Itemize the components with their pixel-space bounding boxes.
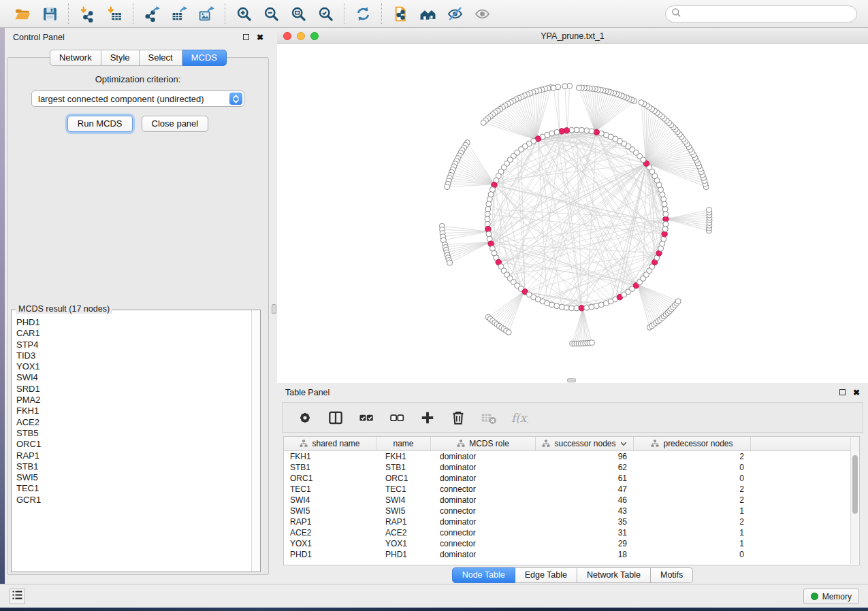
- vertical-splitter[interactable]: [272, 28, 277, 585]
- tab-select[interactable]: Select: [140, 50, 182, 66]
- table-panel-float-icon[interactable]: [839, 389, 846, 395]
- task-list-icon: [12, 590, 23, 603]
- tab-node-table[interactable]: Node Table: [452, 567, 515, 583]
- export-image-icon: [198, 5, 215, 22]
- export-table-button[interactable]: [170, 4, 189, 23]
- mcds-result-item[interactable]: YOX1: [16, 361, 251, 372]
- mcds-result-item[interactable]: ORC1: [16, 439, 251, 450]
- mcds-result-list[interactable]: PHD1CAR1STP4TID3YOX1SWI4SRD1PMA2FKH1ACE2…: [12, 312, 251, 571]
- mcds-result-item[interactable]: ACE2: [16, 417, 251, 428]
- network-window-titlebar[interactable]: YPA_prune.txt_1: [277, 29, 868, 44]
- vertical-splitter-grip[interactable]: [272, 304, 276, 314]
- mcds-result-item[interactable]: STP4: [16, 340, 251, 350]
- network-nodes[interactable]: [439, 83, 712, 346]
- run-mcds-button[interactable]: Run MCDS: [67, 116, 133, 132]
- mcds-result-item[interactable]: TID3: [16, 350, 251, 361]
- control-panel-close-icon[interactable]: ✖: [257, 33, 263, 42]
- mcds-result-item[interactable]: FKH1: [16, 406, 251, 416]
- mcds-result-scrollbar[interactable]: [251, 310, 260, 572]
- close-traffic-light[interactable]: [283, 32, 291, 40]
- column-header-predecessor-nodes[interactable]: predecessor nodes: [634, 437, 751, 450]
- zoom-out-button[interactable]: [261, 4, 280, 23]
- mcds-result-item[interactable]: GCR1: [16, 495, 251, 506]
- delete-button[interactable]: [449, 409, 467, 427]
- mcds-result-item[interactable]: PHD1: [16, 317, 251, 328]
- share-document-button[interactable]: [391, 4, 410, 23]
- column-header-shared-name[interactable]: shared name: [284, 437, 376, 450]
- tab-edge-table[interactable]: Edge Table: [515, 567, 577, 583]
- zoom-in-button[interactable]: [234, 4, 253, 23]
- minimize-traffic-light[interactable]: [297, 32, 305, 40]
- search-input[interactable]: [681, 9, 856, 19]
- tab-mcds[interactable]: MCDS: [182, 50, 227, 66]
- export-image-button[interactable]: [197, 4, 216, 23]
- cell-shared_name: PHD1: [284, 550, 376, 559]
- mcds-result-item[interactable]: CAR1: [16, 328, 251, 339]
- criterion-select[interactable]: largest connected component (undirected): [31, 90, 244, 107]
- import-network-button[interactable]: [78, 4, 97, 23]
- table-row[interactable]: YOX1YOX1connector291: [284, 538, 859, 549]
- sort-desc-icon: [620, 442, 627, 446]
- column-header-name[interactable]: name: [376, 437, 431, 450]
- table-scrollbar[interactable]: [850, 437, 858, 564]
- table-row[interactable]: PHD1PHD1dominator180: [284, 549, 859, 560]
- delete-icon: [449, 409, 467, 427]
- mcds-result-item[interactable]: STB1: [16, 461, 251, 472]
- deselect-all-button[interactable]: [388, 409, 406, 427]
- mcds-result-item[interactable]: SRD1: [16, 384, 251, 395]
- mcds-result-item[interactable]: SWI4: [16, 372, 251, 383]
- save-button[interactable]: [40, 4, 59, 23]
- houses-button[interactable]: [418, 4, 437, 23]
- search-icon: [671, 7, 681, 20]
- import-table-button[interactable]: [105, 4, 124, 23]
- memory-button[interactable]: Memory: [803, 589, 859, 604]
- maximize-traffic-light[interactable]: [310, 32, 319, 40]
- horizontal-splitter-grip[interactable]: [567, 378, 576, 382]
- column-header-MCDS-role[interactable]: MCDS role: [431, 437, 536, 450]
- mcds-result-item[interactable]: PMA2: [16, 395, 251, 406]
- control-panel-title: Control Panel: [13, 33, 65, 42]
- table-row[interactable]: SWI4SWI4dominator462: [284, 495, 859, 506]
- mcds-result-item[interactable]: SWI5: [16, 472, 251, 483]
- network-graph[interactable]: [277, 44, 868, 383]
- table-row[interactable]: TEC1TEC1connector472: [284, 484, 859, 495]
- mcds-result-item[interactable]: STB5: [16, 428, 251, 439]
- control-panel-float-icon[interactable]: [243, 34, 249, 40]
- table-panel-close-icon[interactable]: ✖: [853, 389, 860, 397]
- gear-button[interactable]: [296, 409, 314, 427]
- refresh-layout-button[interactable]: [353, 4, 372, 23]
- mcds-result-item[interactable]: RAP1: [16, 450, 251, 461]
- table-row[interactable]: FKH1FKH1dominator962: [284, 451, 859, 462]
- export-network-button[interactable]: [142, 4, 161, 23]
- table-row[interactable]: STB1STB1dominator620: [284, 462, 859, 473]
- search-box[interactable]: [665, 5, 857, 22]
- tab-motifs[interactable]: Motifs: [651, 567, 693, 583]
- table-row[interactable]: RAP1RAP1dominator352: [284, 516, 859, 527]
- column-header-successor-nodes[interactable]: successor nodes: [536, 437, 634, 450]
- select-all-button[interactable]: [357, 409, 375, 427]
- table-row[interactable]: ACE2ACE2connector311: [284, 527, 859, 538]
- delete-table-button: [480, 409, 498, 427]
- tab-network-table[interactable]: Network Table: [577, 567, 651, 583]
- add-button[interactable]: [419, 409, 436, 427]
- split-columns-button[interactable]: [327, 409, 344, 427]
- tab-network[interactable]: Network: [50, 50, 101, 66]
- cell-name: ACE2: [376, 528, 431, 538]
- table-scrollbar-thumb[interactable]: [852, 455, 858, 514]
- control-panel-header: Control Panel ✖: [5, 28, 272, 46]
- zoom-selected-button[interactable]: [316, 4, 335, 23]
- network-canvas[interactable]: [277, 44, 868, 383]
- task-history-button[interactable]: [10, 589, 25, 604]
- mcds-result-item[interactable]: TEC1: [16, 483, 251, 494]
- tab-style[interactable]: Style: [101, 50, 140, 66]
- cell-predecessors: 0: [634, 463, 751, 472]
- table-row[interactable]: SWI5SWI5connector431: [284, 506, 859, 516]
- zoom-fit-button[interactable]: [289, 4, 308, 23]
- hide-graphics-button[interactable]: [445, 4, 464, 23]
- column-type-icon: [457, 440, 465, 448]
- table-row[interactable]: ORC1ORC1dominator610: [284, 473, 859, 484]
- open-folder-button[interactable]: [13, 4, 32, 23]
- show-graphics-button[interactable]: [472, 4, 492, 23]
- cell-name: STB1: [376, 463, 431, 472]
- close-panel-button[interactable]: Close panel: [142, 116, 209, 132]
